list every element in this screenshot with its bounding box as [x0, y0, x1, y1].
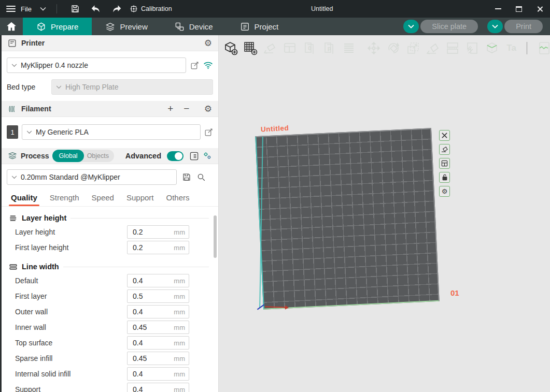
- close-button[interactable]: [529, 0, 550, 18]
- add-plate-button[interactable]: [243, 40, 258, 56]
- sidebar: Printer ⚙ MyKlipper 0.4 nozzle Bed type …: [0, 35, 219, 392]
- undo-button[interactable]: [88, 2, 104, 16]
- file-menu-chevron-down-icon[interactable]: [40, 7, 46, 11]
- calibration-label: Calibration: [141, 5, 172, 12]
- filament-index-badge[interactable]: 1: [7, 125, 18, 139]
- default-line-width-input[interactable]: mm: [127, 274, 189, 287]
- minimize-button[interactable]: [488, 0, 509, 18]
- plate-settings-button[interactable]: ⚙: [439, 186, 450, 197]
- delete-plate-button[interactable]: [439, 130, 450, 141]
- edit-filament-icon[interactable]: [204, 128, 213, 137]
- scope-global[interactable]: Global: [52, 150, 83, 162]
- setting-row: First layer mm: [8, 288, 218, 304]
- auto-orient-button[interactable]: [263, 40, 278, 56]
- add-model-button[interactable]: [223, 40, 238, 56]
- lay-on-face-button[interactable]: [425, 40, 440, 56]
- scale-tool-button[interactable]: [405, 40, 420, 56]
- printer-section-header: Printer ⚙: [2, 35, 218, 51]
- tab-project-label: Project: [255, 22, 279, 31]
- tab-others[interactable]: Others: [160, 190, 196, 206]
- tab-preview[interactable]: Preview: [92, 18, 161, 35]
- save-preset-icon[interactable]: [182, 172, 191, 182]
- wifi-icon[interactable]: [203, 61, 213, 69]
- print-button[interactable]: Print: [504, 20, 543, 33]
- printer-settings-gear-icon[interactable]: ⚙: [204, 39, 212, 48]
- process-tabs: Quality Strength Speed Support Others: [2, 189, 218, 207]
- arrange-plate-button[interactable]: [439, 158, 450, 169]
- maximize-button[interactable]: [509, 0, 529, 18]
- process-icon: [8, 151, 17, 161]
- tab-device[interactable]: Device: [161, 18, 227, 35]
- setting-row: Outer wall mm: [8, 304, 218, 320]
- menu-icon[interactable]: [6, 6, 16, 12]
- first-layer-height-input[interactable]: mm: [127, 241, 189, 254]
- chevron-down-icon: [56, 85, 62, 89]
- file-menu[interactable]: File: [21, 5, 32, 13]
- preview-icon: [105, 22, 115, 32]
- slice-plate-button[interactable]: Slice plate: [420, 20, 478, 33]
- process-preset-dropdown[interactable]: 0.20mm Standard @MyKlipper: [7, 169, 177, 185]
- layer-height-input[interactable]: mm: [127, 225, 189, 239]
- internal-solid-infill-line-width-input[interactable]: mm: [127, 367, 189, 381]
- unit-label: mm: [174, 293, 185, 300]
- search-icon[interactable]: [196, 172, 206, 182]
- first-layer-line-width-input[interactable]: mm: [127, 289, 189, 303]
- tab-prepare[interactable]: Prepare: [23, 18, 92, 35]
- plate-name-label[interactable]: Untitled: [261, 124, 289, 134]
- orient-plate-button[interactable]: [439, 144, 450, 155]
- inner-wall-line-width-input[interactable]: mm: [127, 321, 189, 334]
- tab-speed[interactable]: Speed: [86, 190, 120, 206]
- tab-support[interactable]: Support: [120, 190, 160, 206]
- move-tool-button[interactable]: [366, 40, 382, 56]
- text-tool-button[interactable]: Ta: [504, 40, 519, 56]
- print-options-chevron-down-icon[interactable]: [487, 20, 503, 33]
- viewport-3d[interactable]: 0 p: [219, 35, 550, 392]
- scope-objects[interactable]: Objects: [84, 152, 109, 159]
- cut-tool-button[interactable]: [445, 40, 460, 56]
- split-to-parts-button[interactable]: p: [322, 40, 337, 56]
- printer-icon: [8, 39, 17, 48]
- variable-layer-height-button[interactable]: [342, 40, 357, 56]
- outer-wall-line-width-input[interactable]: mm: [127, 305, 189, 318]
- color-paint-button[interactable]: [464, 40, 480, 56]
- minimize-icon: [495, 8, 501, 9]
- remove-filament-button[interactable]: −: [181, 103, 192, 114]
- preset-compare-icon[interactable]: [203, 151, 212, 161]
- slice-options-chevron-down-icon[interactable]: [403, 20, 419, 33]
- parameter-list-icon[interactable]: [189, 151, 199, 161]
- process-scope-toggle[interactable]: Global Objects: [52, 150, 114, 162]
- tab-quality[interactable]: Quality: [5, 190, 44, 206]
- calibration-button[interactable]: Calibration: [130, 5, 172, 13]
- filament-settings-gear-icon[interactable]: ⚙: [204, 105, 212, 113]
- tab-project[interactable]: Project: [227, 18, 292, 35]
- home-button[interactable]: [0, 18, 23, 35]
- save-button[interactable]: [67, 2, 83, 16]
- setting-label: Outer wall: [8, 308, 127, 316]
- redo-button[interactable]: [109, 2, 124, 16]
- setting-row: Layer height mm: [8, 224, 218, 240]
- advanced-toggle[interactable]: [167, 151, 184, 161]
- split-to-objects-button[interactable]: 0: [302, 40, 317, 56]
- filament-preset-dropdown[interactable]: My Generic PLA: [22, 124, 201, 140]
- edit-printer-icon[interactable]: [190, 61, 199, 70]
- support-paint-button[interactable]: [484, 40, 499, 56]
- filament-icon: [8, 105, 17, 113]
- support-line-width-input[interactable]: mm: [127, 383, 189, 392]
- rotate-tool-button[interactable]: [386, 40, 401, 56]
- top-surface-line-width-input[interactable]: mm: [127, 336, 189, 350]
- printer-preset-dropdown[interactable]: MyKlipper 0.4 nozzle: [7, 57, 186, 73]
- sparse-infill-line-width-input[interactable]: mm: [127, 352, 189, 365]
- unit-label: mm: [174, 370, 185, 378]
- plate-action-icons: ⚙: [439, 130, 450, 197]
- assembly-view-button[interactable]: [535, 40, 550, 56]
- layer-height-icon: [9, 214, 18, 222]
- add-filament-button[interactable]: +: [165, 103, 176, 114]
- bed-type-dropdown[interactable]: High Temp Plate: [51, 79, 213, 95]
- build-plate[interactable]: [255, 128, 439, 310]
- sidebar-scrollbar[interactable]: [214, 215, 217, 258]
- arrange-button[interactable]: [283, 40, 298, 56]
- unit-label: mm: [174, 277, 185, 285]
- tab-strength[interactable]: Strength: [44, 190, 86, 206]
- lock-plate-button[interactable]: [439, 172, 450, 183]
- tab-preview-label: Preview: [120, 22, 147, 31]
